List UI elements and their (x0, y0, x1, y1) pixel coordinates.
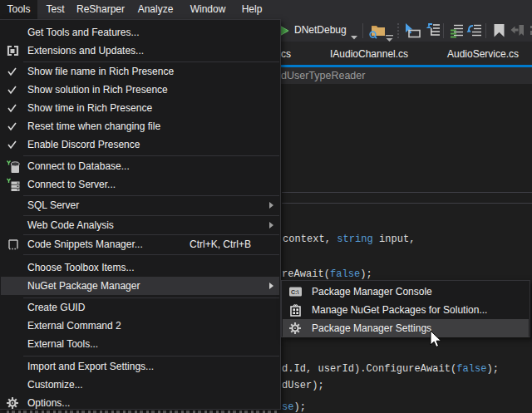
uncomment-lines-icon[interactable] (466, 23, 483, 42)
menu-item-label: Show solution in Rich Presence (27, 81, 168, 99)
check-icon (5, 65, 20, 78)
menu-item-show-file-name-in-rich-presence[interactable]: Show file name in Rich Presence (1, 62, 279, 81)
navigate-to-icon[interactable] (404, 22, 421, 42)
toolbar-grip (397, 22, 400, 42)
code-line: d.Id, userId).ConfigureAwait(false); (282, 363, 499, 376)
menubar-item-analyze[interactable]: Analyze (131, 0, 180, 19)
menubar-item-window[interactable]: Window (184, 0, 232, 19)
submenu-arrow-icon (269, 222, 273, 229)
toolbar-separator (443, 23, 444, 38)
menubar-item-help[interactable]: Help (236, 0, 268, 19)
menu-item-label: Connect to Server... (27, 175, 116, 194)
menu-item-label: Import and Export Settings... (27, 357, 154, 376)
snippets-icon (5, 238, 20, 251)
menu-item-label: Connect to Database... (27, 157, 130, 175)
menu-separator (23, 254, 279, 255)
find-in-files-icon[interactable] (368, 22, 387, 42)
menubar-item-test[interactable]: Test (40, 0, 71, 19)
menu-item-web-code-analysis[interactable]: Web Code Analysis (1, 216, 279, 234)
submenu-item-package-manager-console[interactable]: C:\Package Manager Console (283, 283, 529, 301)
menu-bar: ToolsTestReSharperAnalyzeWindowHelp (0, 0, 532, 19)
check-icon (5, 138, 20, 151)
code-line: dUser); (282, 380, 324, 392)
menu-item-extensions-and-updates[interactable]: Extensions and Updates... (1, 42, 279, 60)
menu-item-choose-toolbox-items[interactable]: Choose Toolbox Items... (1, 258, 279, 277)
menu-item-label: Get Tools and Features... (27, 23, 140, 42)
menu-item-nuget-package-manager[interactable]: NuGet Package Manager (1, 277, 279, 295)
menu-item-label: External Tools... (27, 335, 98, 353)
extensions-icon (5, 44, 20, 57)
toolbar-separator (362, 23, 363, 38)
toggle-bookmark-icon[interactable] (493, 23, 505, 42)
document-tab-cs[interactable]: cs (281, 48, 291, 60)
check-icon (5, 120, 20, 133)
editor-region-divider (282, 192, 532, 193)
submenu-item-label: Package Manager Settings (312, 319, 431, 337)
vs-window: context, string input,reAwait(false);d.I… (0, 0, 532, 413)
gear-icon (5, 396, 20, 410)
menu-item-label: Show time in Rich Presence (27, 99, 152, 117)
menu-item-sql-server[interactable]: SQL Server (1, 196, 279, 214)
menu-item-label: SQL Server (27, 196, 79, 214)
menu-item-create-guid[interactable]: Create GUID (1, 298, 279, 317)
menu-item-label: Show file name in Rich Presence (27, 62, 174, 81)
menu-item-label: Options... (27, 394, 70, 412)
menu-item-import-and-export-settings[interactable]: Import and Export Settings... (1, 357, 279, 376)
menu-item-shortcut: Ctrl+K, Ctrl+B (190, 235, 251, 253)
svg-text:C:\: C:\ (291, 289, 298, 295)
code-line: se); (282, 401, 306, 413)
menu-item-label: Web Code Analysis (27, 216, 114, 234)
menu-item-connect-to-server[interactable]: Connect to Server... (1, 175, 279, 194)
gear-icon (288, 322, 304, 335)
toolbar-separator (485, 23, 486, 38)
comment-lines-icon[interactable] (450, 23, 465, 42)
submenu-item-package-manager-settings[interactable]: Package Manager Settings (283, 319, 529, 337)
document-tab-iaudiochannel-cs[interactable]: IAudioChannel.cs (330, 48, 408, 60)
menu-separator (23, 356, 279, 356)
nuget-package-icon (288, 303, 304, 317)
menu-item-label: External Command 2 (27, 317, 121, 335)
menu-item-label: Reset time when changing file (27, 117, 160, 135)
menu-item-show-solution-in-rich-presence[interactable]: Show solution in Rich Presence (1, 81, 279, 99)
submenu-item-label: Package Manager Console (312, 283, 432, 301)
menu-item-label: Customize... (27, 376, 83, 394)
connect-database-icon (5, 160, 20, 173)
editor-region-divider (282, 203, 532, 204)
submenu-item-manage-nuget-packages-for-solution[interactable]: Manage NuGet Packages for Solution... (283, 301, 529, 319)
menu-item-label: Enable Discord Presence (27, 135, 140, 154)
menu-item-get-tools-and-features[interactable]: Get Tools and Features... (1, 23, 279, 42)
menu-item-label: Choose Toolbox Items... (27, 258, 135, 277)
menu-item-label: NuGet Package Manager (27, 277, 140, 295)
check-icon (5, 83, 20, 96)
menu-item-enable-discord-presence[interactable]: Enable Discord Presence (1, 135, 279, 154)
submenu-arrow-icon (269, 202, 273, 209)
menu-item-external-command-2[interactable]: External Command 2 (1, 317, 279, 335)
menu-item-external-tools[interactable]: External Tools... (1, 335, 279, 353)
nuget-package-manager-submenu: C:\Package Manager ConsoleManage NuGet P… (281, 280, 530, 337)
menu-item-reset-time-when-changing-file[interactable]: Reset time when changing file (1, 117, 279, 135)
menu-item-label: Code Snippets Manager... (27, 235, 143, 253)
mouse-cursor (430, 331, 445, 351)
menubar-item-tools[interactable]: Tools (0, 0, 37, 19)
menu-item-customize[interactable]: Customize... (1, 376, 279, 394)
code-line: reAwait(false); (282, 268, 372, 281)
code-line: context, string input, (283, 234, 416, 246)
browse-definition-icon[interactable] (423, 22, 441, 42)
check-icon (5, 101, 20, 115)
submenu-item-label: Manage NuGet Packages for Solution... (312, 301, 487, 319)
menu-item-show-time-in-rich-presence[interactable]: Show time in Rich Presence (1, 99, 279, 117)
menubar-item-resharper[interactable]: ReSharper (73, 0, 128, 19)
connect-server-icon (5, 178, 20, 191)
menu-item-connect-to-database[interactable]: Connect to Database... (1, 157, 279, 175)
run-configuration-dropdown[interactable]: DNetDebug (294, 19, 347, 42)
menu-separator (23, 155, 279, 156)
console-icon: C:\ (288, 285, 304, 298)
menu-item-label: Create GUID (27, 298, 85, 317)
menu-item-options[interactable]: Options... (1, 394, 279, 412)
menu-item-label: Extensions and Updates... (27, 42, 144, 60)
submenu-arrow-icon (269, 283, 273, 289)
menu-item-code-snippets-manager[interactable]: Code Snippets Manager...Ctrl+K, Ctrl+B (1, 235, 279, 253)
document-tab-audioservice-cs[interactable]: AudioService.cs (447, 48, 519, 60)
previous-bookmark-icon[interactable] (510, 23, 525, 42)
navigation-bar-type-name[interactable]: dUserTypeReader (281, 67, 365, 84)
